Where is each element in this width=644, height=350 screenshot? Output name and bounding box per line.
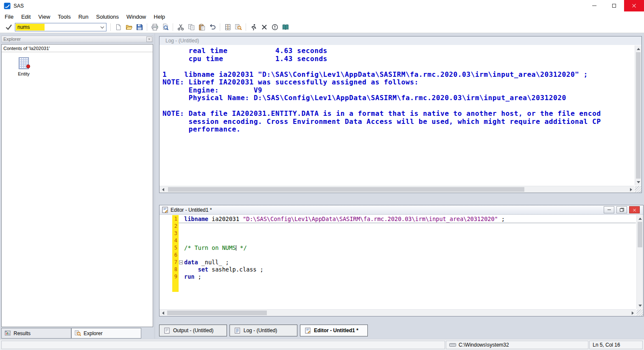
open-icon bbox=[126, 24, 132, 31]
editor-window-controls bbox=[604, 206, 643, 213]
print-icon bbox=[151, 24, 158, 31]
minimize-icon bbox=[608, 210, 611, 210]
new-library-button[interactable] bbox=[222, 22, 233, 32]
paste-button[interactable] bbox=[196, 22, 207, 32]
submit-button[interactable] bbox=[248, 22, 259, 32]
window-button-editor-untitled1[interactable]: Editor - Untitled1 * bbox=[300, 325, 368, 336]
code-segment: */ bbox=[236, 244, 246, 251]
collapse-toggle-icon[interactable] bbox=[179, 260, 183, 264]
minimize-button[interactable] bbox=[584, 0, 604, 11]
copy-button[interactable] bbox=[186, 22, 196, 32]
resize-grip[interactable] bbox=[636, 309, 643, 316]
menu-help[interactable]: Help bbox=[150, 12, 169, 21]
command-combobox[interactable]: nums bbox=[15, 23, 106, 31]
code-line-4[interactable] bbox=[179, 237, 636, 244]
scrollbar-thumb[interactable] bbox=[636, 52, 641, 179]
new-file-button[interactable] bbox=[113, 22, 123, 32]
status-path-text: C:\Windows\system32 bbox=[459, 342, 509, 348]
open-button[interactable] bbox=[123, 22, 134, 32]
scroll-down-button[interactable] bbox=[637, 302, 644, 309]
editor-window-titlebar[interactable]: Editor - Untitled1 * bbox=[160, 205, 643, 215]
menu-run[interactable]: Run bbox=[75, 12, 92, 21]
code-line-5[interactable]: /* Turn on NUMS */ bbox=[179, 244, 636, 252]
tab-results[interactable]: Results bbox=[1, 328, 71, 339]
editor-vertical-scrollbar[interactable] bbox=[636, 215, 643, 309]
log-line: NOTE: Libref IA202031 was successfully a… bbox=[162, 78, 634, 87]
code-segment: sashelp.class ; bbox=[208, 266, 263, 273]
help-button[interactable] bbox=[280, 22, 291, 32]
scroll-left-button[interactable] bbox=[160, 310, 166, 316]
dock-splitter[interactable] bbox=[154, 34, 155, 339]
print-button[interactable] bbox=[149, 22, 160, 32]
check-icon bbox=[6, 24, 12, 31]
editor-restore-button[interactable] bbox=[616, 206, 627, 213]
log-text[interactable]: real time 4.63 seconds cpu time 1.43 sec… bbox=[160, 45, 634, 185]
tab-explorer[interactable]: Explorer bbox=[71, 328, 141, 339]
editor-close-button[interactable] bbox=[629, 206, 640, 213]
command-input-value[interactable]: nums bbox=[16, 24, 45, 31]
menu-window[interactable]: Window bbox=[123, 12, 150, 21]
undo-button[interactable] bbox=[207, 22, 218, 32]
clear-all-button[interactable] bbox=[259, 22, 269, 32]
log-vertical-scrollbar[interactable] bbox=[635, 45, 641, 185]
log-line: performance. bbox=[162, 126, 634, 134]
close-button[interactable] bbox=[624, 0, 644, 11]
cut-button[interactable] bbox=[175, 22, 186, 32]
combobox-dropdown-button[interactable] bbox=[99, 24, 106, 31]
scrollbar-thumb[interactable] bbox=[167, 311, 267, 315]
scroll-right-button[interactable] bbox=[627, 186, 634, 193]
computer-icon bbox=[449, 342, 456, 348]
code-line-2[interactable] bbox=[179, 223, 636, 230]
explorer-close-button[interactable] bbox=[146, 36, 152, 42]
editor-minimize-button[interactable] bbox=[604, 206, 614, 213]
code-line-8[interactable]: set sashelp.class ; bbox=[179, 266, 636, 273]
window-button-log-untitled[interactable]: Log - (Untitled) bbox=[230, 325, 297, 336]
clear-all-icon bbox=[261, 24, 268, 31]
scroll-down-button[interactable] bbox=[635, 179, 642, 185]
scroll-left-button[interactable] bbox=[160, 186, 166, 193]
code-line-9[interactable]: run ; bbox=[179, 273, 636, 280]
toolbar-groups bbox=[108, 22, 291, 32]
status-message-area bbox=[1, 341, 445, 349]
scroll-up-button[interactable] bbox=[635, 45, 642, 52]
scroll-right-button[interactable] bbox=[629, 310, 636, 316]
explorer-contents-header: Contents of 'Ia202031' bbox=[2, 45, 153, 52]
log-horizontal-scrollbar[interactable] bbox=[160, 186, 634, 193]
line-number: 7 bbox=[160, 259, 179, 266]
editor-gutter: 123456789 bbox=[160, 215, 179, 309]
code-segment: data bbox=[184, 259, 198, 266]
log-window-icon bbox=[234, 328, 241, 334]
code-line-1[interactable]: libname ia202031 "D:\SAS\Config\Lev1\App… bbox=[179, 216, 636, 223]
editor-horizontal-scrollbar[interactable] bbox=[160, 309, 636, 316]
editor-window-icon bbox=[305, 328, 311, 334]
explorer-item-entity[interactable]: Entity bbox=[12, 57, 36, 76]
check-button[interactable] bbox=[3, 22, 14, 32]
scroll-up-button[interactable] bbox=[637, 215, 644, 222]
explorer-button[interactable] bbox=[233, 22, 244, 32]
code-line-7[interactable]: data _null_ ; bbox=[179, 259, 636, 266]
break-button[interactable] bbox=[269, 22, 280, 32]
menu-file[interactable]: File bbox=[1, 12, 17, 21]
menu-solutions[interactable]: Solutions bbox=[92, 12, 123, 21]
menu-edit[interactable]: Edit bbox=[17, 12, 34, 21]
toolbar: nums bbox=[0, 22, 644, 33]
code-line-3[interactable] bbox=[179, 230, 636, 237]
save-button[interactable] bbox=[134, 22, 145, 32]
log-window-titlebar[interactable]: Log - (Untitled) bbox=[160, 36, 641, 45]
editor-code[interactable]: libname ia202031 "D:\SAS\Config\Lev1\App… bbox=[179, 215, 636, 309]
scrollbar-thumb[interactable] bbox=[638, 222, 642, 247]
print-preview-button[interactable] bbox=[160, 22, 171, 32]
code-segment: _null_ ; bbox=[198, 259, 229, 266]
resize-grip[interactable] bbox=[635, 186, 641, 193]
maximize-button[interactable] bbox=[604, 0, 624, 11]
menu-view[interactable]: View bbox=[34, 12, 54, 21]
scrollbar-thumb[interactable] bbox=[168, 187, 524, 192]
code-line-6[interactable] bbox=[179, 252, 636, 259]
window-button-output-untitled[interactable]: Output - (Untitled) bbox=[159, 325, 227, 336]
close-icon bbox=[632, 4, 636, 8]
app-title: SAS bbox=[14, 3, 24, 9]
cut-icon bbox=[177, 24, 184, 31]
submit-icon bbox=[250, 24, 257, 31]
menu-tools[interactable]: Tools bbox=[54, 12, 74, 21]
close-icon bbox=[633, 208, 636, 212]
